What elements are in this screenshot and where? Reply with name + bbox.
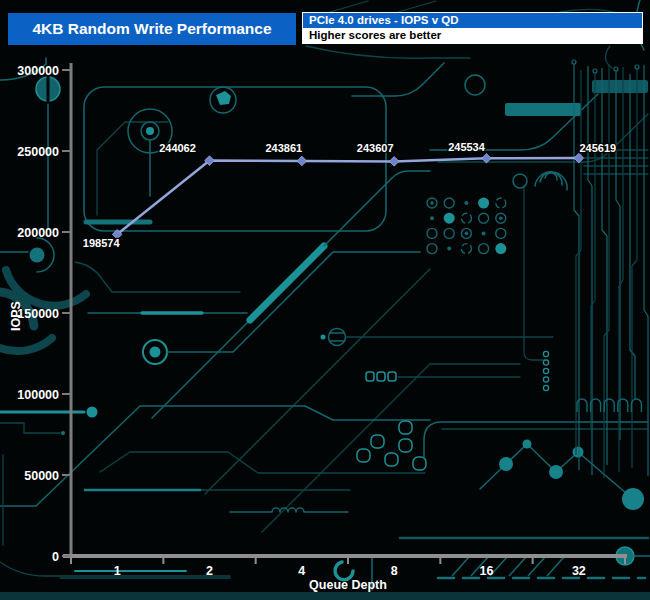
data-point-marker [389, 157, 399, 167]
y-tick-label: 0 [52, 550, 59, 564]
y-tick-label: 200000 [17, 226, 59, 240]
y-tick-label: 300000 [17, 64, 59, 78]
data-point-label: 243607 [357, 142, 394, 154]
via-ring [572, 60, 576, 64]
data-point-label: 198574 [83, 237, 121, 249]
circuit-board-art [0, 0, 650, 600]
hatch-mark [509, 557, 526, 576]
bga-pad [496, 198, 506, 208]
via-ring [543, 368, 548, 373]
bga-pad [464, 201, 468, 205]
chart-canvas: 3000002500002000001500001000005000001248… [0, 0, 650, 600]
bga-pad [465, 232, 469, 236]
y-tick-label: 50000 [24, 469, 59, 483]
bga-pad [444, 228, 454, 238]
data-series: 198574244062243861243607245534245619 [83, 141, 616, 249]
axes: 3000002500002000001500001000005000001248… [17, 63, 627, 578]
x-tick-label: 1 [114, 564, 121, 578]
via-ring [614, 67, 618, 71]
bga-pad [427, 244, 437, 254]
x-axis-title: Queue Depth [309, 578, 387, 592]
x-tick-label: 32 [572, 564, 586, 578]
screenshot-root: 3000002500002000001500001000005000001248… [0, 0, 650, 600]
u-pad [631, 399, 641, 412]
bga-pad [444, 198, 454, 208]
x-tick-label: 8 [391, 564, 398, 578]
hatch-mark [452, 557, 469, 576]
bga-pad [499, 216, 503, 220]
via-ring [543, 360, 548, 365]
bga-pad [447, 247, 451, 251]
data-point-label: 245619 [579, 142, 616, 154]
bga-pad [430, 216, 434, 220]
y-tick-label: 100000 [17, 388, 59, 402]
hatch-mark [528, 557, 545, 576]
x-tick-label: 16 [480, 564, 494, 578]
bga-pad [482, 231, 486, 235]
data-point-label: 243861 [265, 142, 302, 154]
data-point-label: 244062 [159, 142, 196, 154]
bga-pad [479, 213, 489, 223]
chart-subtitle-box: PCIe 4.0 drives - IOPS v QD Higher score… [302, 12, 643, 44]
bga-pad [461, 244, 471, 254]
chart-title-bar: 4KB Random Write Performance [8, 13, 296, 45]
via-ring [543, 377, 548, 382]
vertical-trace [644, 65, 648, 476]
y-tick-label: 150000 [17, 307, 59, 321]
bga-pad [427, 228, 437, 238]
x-tick-label: 4 [298, 564, 305, 578]
circuit-board-art-generated [427, 60, 648, 576]
note-row: Higher scores are better [303, 28, 642, 43]
subtitle-row: PCIe 4.0 drives - IOPS v QD [303, 13, 642, 28]
y-axis-title: IOPS [9, 301, 23, 331]
via-ring [543, 351, 548, 356]
bga-pad [430, 201, 434, 205]
via-ring [543, 385, 548, 390]
hatch-mark [547, 557, 564, 576]
bga-pad [479, 244, 489, 254]
bga-pad [495, 243, 506, 254]
via-ring [635, 65, 639, 69]
bga-pad [496, 228, 506, 238]
bga-pad [444, 213, 455, 224]
bga-pad [478, 198, 489, 209]
u-pad [604, 399, 614, 412]
data-point-marker [297, 156, 307, 166]
bga-pad [461, 213, 471, 223]
y-tick-label: 250000 [17, 145, 59, 159]
x-tick-label: 2 [206, 564, 213, 578]
via-ring [593, 69, 597, 73]
data-point-label: 245534 [448, 141, 486, 153]
